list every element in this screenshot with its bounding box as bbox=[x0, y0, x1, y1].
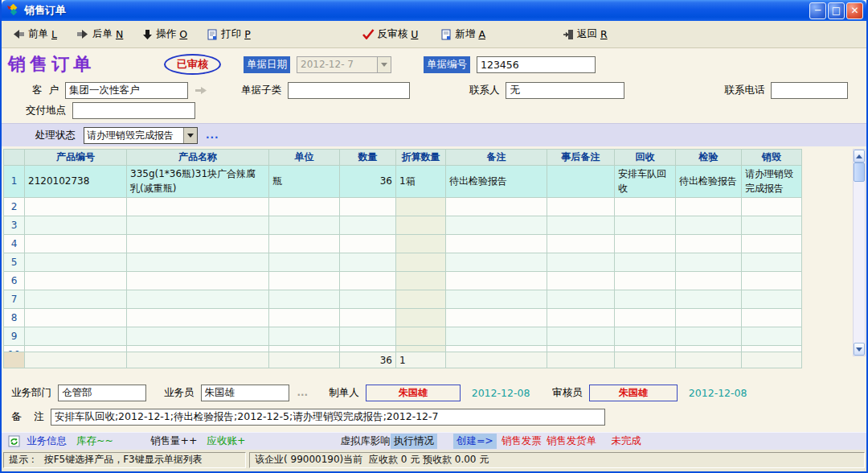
grid-cell[interactable] bbox=[547, 235, 615, 253]
grid-cell[interactable] bbox=[340, 327, 396, 346]
minimize-button[interactable]: ─ bbox=[809, 2, 826, 19]
next-record-button[interactable]: 后单N bbox=[72, 25, 127, 43]
grid-cell[interactable] bbox=[127, 198, 269, 216]
grid-cell[interactable] bbox=[25, 216, 127, 235]
row-number-header[interactable] bbox=[4, 150, 25, 166]
grid-cell[interactable] bbox=[742, 216, 802, 235]
grid-cell[interactable] bbox=[127, 290, 269, 309]
grid-cell[interactable] bbox=[340, 346, 396, 352]
row-number-cell[interactable]: 10 bbox=[4, 346, 25, 352]
row-number-cell[interactable]: 5 bbox=[4, 253, 25, 272]
grid-cell[interactable] bbox=[25, 253, 127, 272]
grid-cell[interactable] bbox=[446, 309, 547, 327]
grid-cell[interactable] bbox=[615, 309, 676, 327]
grid-cell[interactable] bbox=[127, 272, 269, 290]
row-number-cell[interactable]: 3 bbox=[4, 216, 25, 235]
grid-cell[interactable]: 335g(1*36瓶)31块广合辣腐乳(减重瓶) bbox=[127, 166, 269, 198]
grid-cell[interactable] bbox=[269, 272, 340, 290]
phone-input[interactable] bbox=[771, 82, 848, 99]
grid-cell[interactable] bbox=[676, 272, 742, 290]
grid-cell[interactable] bbox=[269, 198, 340, 216]
grid-cell[interactable] bbox=[446, 272, 547, 290]
grid-cell[interactable]: 1箱 bbox=[396, 166, 446, 198]
grid-cell[interactable] bbox=[742, 272, 802, 290]
grid-cell[interactable] bbox=[547, 272, 615, 290]
grid-cell[interactable] bbox=[396, 309, 446, 327]
grid-cell[interactable] bbox=[446, 327, 547, 346]
grid-cell[interactable] bbox=[615, 198, 676, 216]
hand-pointer-icon[interactable] bbox=[194, 86, 207, 95]
grid-cell[interactable] bbox=[396, 346, 446, 352]
grid-cell[interactable] bbox=[742, 253, 802, 272]
grid-cell[interactable] bbox=[127, 253, 269, 272]
grid-cell[interactable] bbox=[446, 235, 547, 253]
grid-cell[interactable] bbox=[446, 216, 547, 235]
grid-cell[interactable] bbox=[676, 290, 742, 309]
grid-cell[interactable] bbox=[340, 253, 396, 272]
grid-cell[interactable]: 2120102738 bbox=[25, 166, 127, 198]
row-number-cell[interactable]: 1 bbox=[4, 166, 25, 198]
salesman-more-button[interactable]: ... bbox=[297, 387, 309, 398]
grid-cell[interactable] bbox=[340, 272, 396, 290]
prev-record-button[interactable]: 前单L bbox=[8, 25, 61, 43]
grid-cell[interactable] bbox=[269, 327, 340, 346]
grid-cell[interactable] bbox=[547, 166, 615, 198]
grid-cell[interactable]: 36 bbox=[340, 166, 396, 198]
operation-button[interactable]: 操作O bbox=[138, 25, 191, 43]
grid-cell[interactable] bbox=[269, 309, 340, 327]
process-more-button[interactable]: ... bbox=[206, 130, 219, 141]
scroll-down-button[interactable] bbox=[854, 343, 865, 356]
grid-cell[interactable] bbox=[269, 216, 340, 235]
column-header[interactable]: 销毁 bbox=[742, 150, 802, 166]
grid-cell[interactable] bbox=[547, 309, 615, 327]
doc-no-input[interactable] bbox=[477, 56, 596, 73]
subtype-input[interactable] bbox=[288, 82, 410, 99]
execution-status-button[interactable]: 执行情况 bbox=[391, 434, 437, 449]
new-button[interactable]: 新增A bbox=[436, 25, 489, 43]
process-status-combobox[interactable]: 请办理销毁完成报告 bbox=[84, 127, 198, 144]
grid-cell[interactable] bbox=[742, 235, 802, 253]
grid-cell[interactable] bbox=[547, 290, 615, 309]
grid-cell[interactable] bbox=[127, 309, 269, 327]
grid-cell[interactable] bbox=[127, 235, 269, 253]
doc-date-combobox[interactable]: 2012-12- 7 bbox=[297, 56, 391, 73]
remark-input[interactable] bbox=[51, 409, 605, 426]
column-header[interactable]: 回收 bbox=[615, 150, 676, 166]
unaudit-button[interactable]: 反审核U bbox=[358, 25, 423, 43]
grid-cell[interactable] bbox=[446, 290, 547, 309]
grid-cell[interactable] bbox=[340, 216, 396, 235]
grid-cell[interactable] bbox=[676, 253, 742, 272]
grid-cell[interactable] bbox=[676, 235, 742, 253]
grid-cell[interactable] bbox=[742, 327, 802, 346]
create-button[interactable]: 创建=> bbox=[453, 434, 497, 449]
grid-cell[interactable] bbox=[269, 235, 340, 253]
row-number-cell[interactable]: 8 bbox=[4, 309, 25, 327]
grid-vertical-scrollbar[interactable] bbox=[853, 149, 866, 356]
grid-cell[interactable] bbox=[676, 327, 742, 346]
grid-cell[interactable] bbox=[547, 198, 615, 216]
grid-cell[interactable] bbox=[742, 198, 802, 216]
business-info-link[interactable]: 业务信息 bbox=[27, 434, 67, 448]
grid-cell[interactable]: 请办理销毁完成报告 bbox=[742, 166, 802, 198]
column-header[interactable]: 数量 bbox=[340, 150, 396, 166]
scrollbar-thumb[interactable] bbox=[854, 162, 865, 182]
grid-cell[interactable] bbox=[615, 272, 676, 290]
grid-cell[interactable] bbox=[446, 253, 547, 272]
grid-cell[interactable] bbox=[615, 327, 676, 346]
grid-cell[interactable] bbox=[396, 253, 446, 272]
grid-cell[interactable]: 待出检验报告 bbox=[676, 166, 742, 198]
contact-input[interactable] bbox=[506, 82, 624, 99]
grid-cell[interactable] bbox=[25, 198, 127, 216]
grid-cell[interactable] bbox=[269, 346, 340, 352]
delivery-note-link[interactable]: 销售发货单 bbox=[547, 434, 597, 448]
grid-cell[interactable] bbox=[615, 253, 676, 272]
process-status-dropdown-icon[interactable] bbox=[183, 128, 197, 143]
grid-cell[interactable] bbox=[446, 346, 547, 352]
grid-cell[interactable] bbox=[340, 198, 396, 216]
close-button[interactable]: ✕ bbox=[846, 2, 863, 19]
grid-cell[interactable] bbox=[676, 309, 742, 327]
customer-input[interactable] bbox=[65, 82, 188, 99]
grid-cell[interactable] bbox=[127, 346, 269, 352]
grid-cell[interactable] bbox=[25, 346, 127, 352]
row-number-cell[interactable]: 4 bbox=[4, 235, 25, 253]
